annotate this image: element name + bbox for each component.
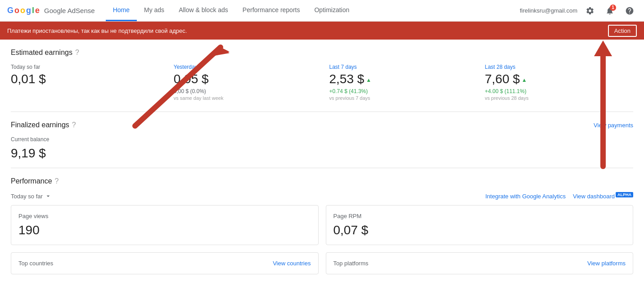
earnings-7days: Last 7 days 2,53 $ ▲ +0.74 $ (41.3%) vs … xyxy=(322,64,478,104)
view-platforms-link[interactable]: View platforms xyxy=(587,260,626,267)
nav-allow-block-ads[interactable]: Allow & block ads xyxy=(171,0,235,21)
google-logo: G o o g l e xyxy=(7,6,40,15)
top-platforms-title: Top platforms xyxy=(333,260,369,267)
alpha-badge: ALPHA xyxy=(616,192,633,197)
page-rpm-card: Page RPM 0,07 $ xyxy=(326,205,634,245)
earnings-7days-compare: vs previous 7 days xyxy=(329,95,478,101)
earnings-yesterday-change: 0,00 $ (0.0%) xyxy=(174,88,322,94)
earnings-7days-up-icon: ▲ xyxy=(366,77,371,83)
top-countries-header: Top countries View countries xyxy=(18,260,311,267)
gear-icon xyxy=(585,6,594,15)
earnings-7days-value: 2,53 $ xyxy=(329,72,365,86)
period-dropdown[interactable]: Today so far xyxy=(11,192,52,200)
view-dashboard-link[interactable]: View dashboardALPHA xyxy=(573,192,633,200)
performance-header: Performance ? xyxy=(11,177,633,185)
main-content: Estimated earnings ? Today so far 0,01 $… xyxy=(0,40,644,295)
view-countries-link[interactable]: View countries xyxy=(273,260,311,267)
metric-cards: Page views 190 Page RPM 0,07 $ xyxy=(11,205,633,245)
nav-my-ads[interactable]: My ads xyxy=(137,0,171,21)
estimated-earnings-title: Estimated earnings xyxy=(11,49,72,57)
performance-title: Performance xyxy=(11,177,52,185)
earnings-7days-change: +0.74 $ (41.3%) xyxy=(329,88,478,94)
chevron-down-icon xyxy=(45,192,52,200)
user-email: firelinksru@gmail.com xyxy=(520,7,577,14)
earnings-grid: Today so far 0,01 $ Yesterday 0,05 $ 0,0… xyxy=(11,64,633,104)
page-rpm-label: Page RPM xyxy=(333,213,626,219)
earnings-yesterday-label[interactable]: Yesterday xyxy=(174,64,322,70)
page-views-card: Page views 190 xyxy=(11,205,319,245)
estimated-earnings-help-icon[interactable]: ? xyxy=(75,49,79,57)
top-countries-card: Top countries View countries xyxy=(11,252,319,274)
page-views-label: Page views xyxy=(18,213,311,219)
page-rpm-value: 0,07 $ xyxy=(333,223,626,237)
help-icon xyxy=(625,6,634,15)
estimated-earnings-title-area: Estimated earnings ? xyxy=(11,49,79,57)
finalized-earnings-title: Finalized earnings xyxy=(11,121,69,129)
page-views-value: 190 xyxy=(18,223,311,237)
performance-links: Integrate with Google Analytics View das… xyxy=(486,192,634,200)
nav-right: firelinksru@gmail.com 1 xyxy=(520,4,637,18)
performance-help-icon[interactable]: ? xyxy=(55,177,59,185)
earnings-yesterday: Yesterday 0,05 $ 0,00 $ (0.0%) vs same d… xyxy=(167,64,322,104)
top-navigation: G o o g l e Google AdSense Home My ads A… xyxy=(0,0,644,22)
performance-controls: Today so far Integrate with Google Analy… xyxy=(11,192,633,200)
earnings-7days-label[interactable]: Last 7 days xyxy=(329,64,478,70)
nav-performance-reports[interactable]: Performance reports xyxy=(235,0,307,21)
earnings-today-value: 0,01 $ xyxy=(11,72,167,86)
nav-links: Home My ads Allow & block ads Performanc… xyxy=(106,0,520,21)
earnings-today: Today so far 0,01 $ xyxy=(11,64,167,104)
estimated-earnings-section: Estimated earnings ? Today so far 0,01 $… xyxy=(11,40,633,112)
earnings-28days-change: +4.00 $ (111.1%) xyxy=(485,88,633,94)
earnings-yesterday-value: 0,05 $ xyxy=(174,72,322,86)
estimated-earnings-header: Estimated earnings ? xyxy=(11,49,633,57)
alert-banner: Платежи приостановлены, так как вы не по… xyxy=(0,22,644,40)
earnings-28days: Last 28 days 7,60 $ ▲ +4.00 $ (111.1%) v… xyxy=(477,64,633,104)
earnings-yesterday-compare: vs same day last week xyxy=(174,95,322,101)
earnings-28days-up-icon: ▲ xyxy=(522,77,527,83)
earnings-28days-value: 7,60 $ xyxy=(485,72,520,86)
top-platforms-header: Top platforms View platforms xyxy=(333,260,626,267)
finalized-earnings-header: Finalized earnings ? View payments xyxy=(11,121,633,129)
settings-button[interactable] xyxy=(583,4,597,18)
top-platforms-card: Top platforms View platforms xyxy=(326,252,634,274)
balance-label: Current balance xyxy=(11,136,633,143)
bottom-cards: Top countries View countries Top platfor… xyxy=(11,252,633,283)
help-button[interactable] xyxy=(622,4,637,18)
nav-optimization[interactable]: Optimization xyxy=(307,0,356,21)
earnings-28days-label[interactable]: Last 28 days xyxy=(485,64,633,70)
nav-home[interactable]: Home xyxy=(106,0,137,21)
notifications-button[interactable]: 1 xyxy=(603,4,617,18)
logo-area: G o o g l e Google AdSense xyxy=(7,6,95,15)
balance-value: 9,19 $ xyxy=(11,146,633,161)
period-label: Today so far xyxy=(11,193,43,200)
performance-section: Performance ? Today so far Integrate wit… xyxy=(11,168,633,291)
finalized-earnings-help-icon[interactable]: ? xyxy=(72,121,76,129)
adsense-logo-text: Google AdSense xyxy=(44,7,95,14)
top-countries-title: Top countries xyxy=(18,260,53,267)
view-payments-link[interactable]: View payments xyxy=(594,122,633,129)
finalized-earnings-section: Finalized earnings ? View payments Curre… xyxy=(11,112,633,168)
earnings-28days-compare: vs previous 28 days xyxy=(485,95,633,101)
finalized-earnings-title-area: Finalized earnings ? xyxy=(11,121,76,129)
integrate-analytics-link[interactable]: Integrate with Google Analytics xyxy=(486,193,566,200)
earnings-today-label: Today so far xyxy=(11,64,167,70)
performance-title-area: Performance ? xyxy=(11,177,59,185)
notification-badge: 1 xyxy=(610,4,616,11)
action-button[interactable]: Action xyxy=(608,25,637,37)
alert-message: Платежи приостановлены, так как вы не по… xyxy=(7,27,601,34)
